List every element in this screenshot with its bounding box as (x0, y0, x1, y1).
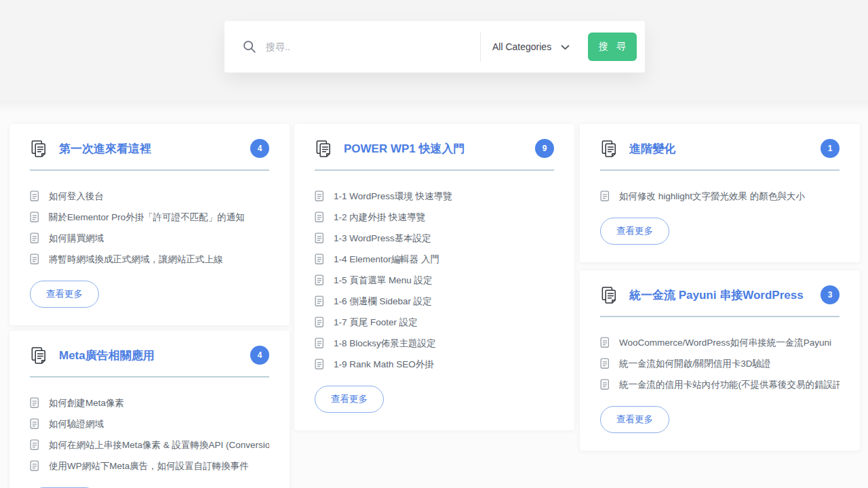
category-card-power-wp1: POWER WP1 快速入門 9 1-1 WordPress環境 快速導覽 1-… (294, 124, 574, 430)
view-more-button[interactable]: 查看更多 (315, 386, 384, 413)
article-title: 統一金流的信用卡站內付功能(不提供幕後交易的錯誤訊息) (619, 379, 840, 391)
article-page-icon (30, 211, 40, 223)
article-title: 如何在網站上串接Meta像素 & 設置轉換API (Conversion API… (49, 439, 269, 451)
article-page-icon (600, 358, 610, 369)
article-link[interactable]: WooCommerce/WordPress如何串接統一金流Payuni (600, 332, 840, 353)
article-link[interactable]: 1-9 Rank Math SEO外掛 (315, 354, 554, 375)
documents-stack-icon (315, 140, 333, 158)
article-page-icon (30, 439, 40, 451)
article-link[interactable]: 1-1 WordPress環境 快速導覽 (315, 186, 554, 207)
article-title: 如何創建Meta像素 (49, 397, 124, 409)
category-count-badge: 4 (250, 346, 269, 365)
category-title[interactable]: Meta廣告相關應用 (59, 348, 155, 363)
documents-stack-icon (600, 286, 618, 304)
column-1: 第一次進來看這裡 4 如何登入後台 關於Elementor Pro外掛「許可證不… (9, 124, 290, 488)
category-card-first-visit: 第一次進來看這裡 4 如何登入後台 關於Elementor Pro外掛「許可證不… (9, 124, 290, 325)
article-title: 1-9 Rank Math SEO外掛 (334, 359, 434, 371)
card-divider (600, 169, 840, 171)
article-link[interactable]: 如何在網站上串接Meta像素 & 設置轉換API (Conversion API… (30, 434, 269, 455)
article-title: WooCommerce/WordPress如何串接統一金流Payuni (619, 337, 831, 349)
article-page-icon (30, 418, 40, 430)
category-count-badge: 4 (250, 139, 269, 158)
category-title[interactable]: 進階變化 (629, 141, 675, 157)
article-page-icon (30, 460, 40, 472)
article-link[interactable]: 將暫時網域換成正式網域，讓網站正式上線 (30, 249, 269, 270)
article-link[interactable]: 1-7 頁尾 Footer 設定 (315, 312, 554, 333)
article-title: 如何驗證網域 (49, 418, 104, 430)
documents-stack-icon (30, 346, 48, 365)
category-title[interactable]: 第一次進來看這裡 (59, 141, 151, 157)
search-submit-button[interactable]: 搜 尋 (588, 33, 637, 61)
article-link[interactable]: 如何創建Meta像素 (30, 392, 269, 413)
article-page-icon (30, 190, 40, 202)
hero-fade (0, 100, 868, 114)
article-page-icon (600, 379, 610, 390)
search-bar: All Categories 搜 尋 (224, 21, 645, 73)
article-page-icon (315, 190, 325, 202)
article-list: 如何修改 highlight文字螢光效果 的顏色與大小 (600, 186, 840, 207)
article-title: 關於Elementor Pro外掛「許可證不匹配」的通知 (49, 211, 245, 224)
article-title: 1-7 頁尾 Footer 設定 (334, 317, 418, 329)
search-input[interactable] (266, 41, 480, 52)
article-title: 1-8 Blocksy佈景主題設定 (334, 338, 436, 350)
article-link[interactable]: 1-3 WordPress基本設定 (315, 228, 554, 249)
article-title: 使用WP網站下Meta廣告，如何設置自訂轉換事件 (49, 460, 249, 472)
view-more-button[interactable]: 查看更多 (600, 406, 669, 433)
article-link[interactable]: 如何購買網域 (30, 228, 269, 249)
article-title: 如何登入後台 (49, 190, 104, 203)
category-dropdown-label: All Categories (492, 41, 551, 52)
category-card-meta-ads: Meta廣告相關應用 4 如何創建Meta像素 如何驗證網域 如何在網站上串接M… (9, 331, 290, 488)
article-link[interactable]: 統一金流如何開啟/關閉信用卡3D驗證 (600, 353, 840, 374)
category-title[interactable]: POWER WP1 快速入門 (344, 141, 465, 157)
article-link[interactable]: 1-5 頁首選單 Menu 設定 (315, 270, 554, 291)
search-icon (224, 39, 257, 54)
article-link[interactable]: 使用WP網站下Meta廣告，如何設置自訂轉換事件 (30, 455, 269, 476)
card-divider (30, 169, 269, 171)
article-title: 1-2 內建外掛 快速導覽 (334, 211, 425, 224)
category-count-badge: 1 (821, 139, 840, 158)
card-divider (315, 169, 554, 171)
documents-stack-icon (600, 140, 618, 158)
card-divider (600, 316, 840, 317)
article-page-icon (315, 232, 325, 244)
chevron-down-icon (561, 41, 570, 53)
article-link[interactable]: 1-4 Elementor編輯器 入門 (315, 249, 554, 270)
article-link[interactable]: 如何修改 highlight文字螢光效果 的顏色與大小 (600, 186, 840, 207)
article-link[interactable]: 1-8 Blocksy佈景主題設定 (315, 333, 554, 354)
category-dropdown[interactable]: All Categories (481, 21, 588, 73)
category-title[interactable]: 統一金流 Payuni 串接WordPress (629, 287, 804, 303)
article-link[interactable]: 1-6 側邊欄 Sidebar 設定 (315, 291, 554, 312)
article-title: 1-5 頁首選單 Menu 設定 (334, 274, 433, 287)
article-title: 如何修改 highlight文字螢光效果 的顏色與大小 (619, 190, 805, 203)
article-page-icon (315, 274, 325, 286)
category-card-payuni: 統一金流 Payuni 串接WordPress 3 WooCommerce/Wo… (580, 270, 860, 451)
article-page-icon (30, 397, 40, 409)
documents-stack-icon (30, 140, 48, 158)
article-page-icon (315, 211, 325, 223)
view-more-button[interactable]: 查看更多 (30, 281, 99, 308)
article-list: 如何登入後台 關於Elementor Pro外掛「許可證不匹配」的通知 如何購買… (30, 186, 269, 270)
article-title: 1-6 側邊欄 Sidebar 設定 (334, 296, 432, 308)
article-title: 統一金流如何開啟/關閉信用卡3D驗證 (619, 358, 771, 370)
article-title: 1-3 WordPress基本設定 (334, 232, 431, 245)
article-page-icon (315, 338, 325, 349)
article-page-icon (600, 190, 610, 202)
article-link[interactable]: 1-2 內建外掛 快速導覽 (315, 207, 554, 228)
article-page-icon (30, 232, 40, 244)
view-more-button[interactable]: 查看更多 (600, 218, 669, 245)
column-3: 進階變化 1 如何修改 highlight文字螢光效果 的顏色與大小 查看更多 … (580, 124, 860, 451)
article-list: 如何創建Meta像素 如何驗證網域 如何在網站上串接Meta像素 & 設置轉換A… (30, 392, 269, 476)
article-title: 1-4 Elementor編輯器 入門 (334, 253, 439, 266)
article-link[interactable]: 如何登入後台 (30, 186, 269, 207)
article-title: 如何購買網域 (49, 232, 104, 245)
column-2: POWER WP1 快速入門 9 1-1 WordPress環境 快速導覽 1-… (294, 124, 574, 430)
article-page-icon (315, 253, 325, 265)
article-page-icon (315, 317, 325, 328)
article-link[interactable]: 如何驗證網域 (30, 413, 269, 434)
article-link[interactable]: 關於Elementor Pro外掛「許可證不匹配」的通知 (30, 207, 269, 228)
category-card-advanced: 進階變化 1 如何修改 highlight文字螢光效果 的顏色與大小 查看更多 (580, 124, 860, 262)
article-link[interactable]: 統一金流的信用卡站內付功能(不提供幕後交易的錯誤訊息) (600, 374, 840, 395)
category-count-badge: 9 (535, 139, 554, 158)
article-page-icon (30, 253, 40, 265)
card-divider (30, 376, 269, 378)
